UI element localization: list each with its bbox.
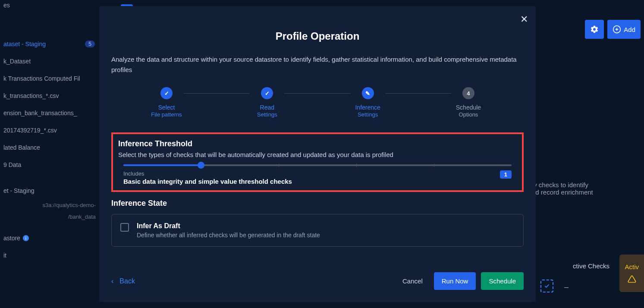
footer-actions: Cancel Run Now Schedule [396,272,524,290]
sidebar-item-extension[interactable]: ension_bank_transactions_ [0,104,99,122]
step-number: 4 [467,90,470,97]
run-now-button[interactable]: Run Now [434,272,476,290]
inference-threshold-section: Inference Threshold Select the types of … [111,132,524,192]
step-circle: ✓ [160,87,173,99]
bg-right: Add ty checks to identify nd record enri… [536,0,644,308]
add-label: Add [624,26,635,33]
draft-desc: Define whether all inferred checks will … [137,232,320,239]
sidebar-path2: /bank_data [0,211,99,223]
threshold-desc: Select the types of checks that will be … [118,151,517,158]
bg-dash: – [564,283,569,292]
threshold-slider[interactable] [123,164,512,166]
cancel-button[interactable]: Cancel [396,273,429,289]
step-circle: ✎ [362,87,374,99]
active-checks-label: ctive Checks [573,262,609,270]
step-main: Schedule [456,104,481,111]
gear-icon [590,25,599,34]
step-label: Read Settings [257,104,277,119]
infer-draft-option[interactable]: Infer As Draft Define whether all inferr… [111,214,524,247]
includes-text: Basic data integrity and simple value th… [123,178,292,185]
sidebar-last-label: it [3,252,6,259]
activity-badge[interactable]: Activ [619,255,644,292]
add-button[interactable]: Add [607,20,641,39]
sidebar-item-data[interactable]: 9 Data [0,156,99,173]
modal-description: Analyze the data and structure within yo… [111,54,524,75]
back-button[interactable]: ‹ Back [111,277,135,285]
step-sub: File patterns [151,111,182,119]
warning-icon [628,275,636,283]
slider-tick [279,163,279,167]
sidebar-item-et-staging[interactable]: et - Staging [0,182,99,199]
step-label: Inference Settings [355,104,380,119]
plus-circle-icon [613,25,621,34]
sidebar-datastore-label: astore [3,235,20,242]
step-label: Select File patterns [151,104,182,119]
sidebar-item-label: ataset - Staging [3,41,46,47]
sidebar-datastore[interactable]: astore i [0,229,99,247]
sidebar-item-numbered[interactable]: 20174392719_*.csv [0,122,99,139]
sidebar-item-label: k_Dataset [3,58,31,65]
threshold-title: Inference Threshold [118,139,517,148]
sidebar-top-label: es [3,2,10,9]
includes-label: Includes [123,170,292,177]
sidebar-item-label: 9 Data [3,161,21,168]
inference-state-section: Inference State Infer As Draft Define wh… [111,199,524,247]
modal-footer: ‹ Back Cancel Run Now Schedule [111,272,524,290]
sidebar-item-dataset[interactable]: k_Dataset [0,53,99,70]
slider-fill [123,164,201,166]
draft-checkbox[interactable] [120,223,129,232]
step-inference[interactable]: ✎ Inference Settings [351,87,385,119]
sidebar-item-label: lated Balance [3,144,40,151]
sidebar-item-staging[interactable]: ataset - Staging 5 [0,35,99,53]
profile-operation-modal: ✕ Profile Operation Analyze the data and… [99,6,536,302]
step-main: Read [257,104,277,111]
sidebar-item-label: 20174392719_*.csv [3,127,57,134]
step-circle: ✓ [261,87,273,99]
settings-button[interactable] [585,20,604,39]
step-label: Schedule Options [456,104,481,119]
check-dashed-icon [540,280,553,292]
step-connector [284,93,350,94]
check-icon: ✓ [164,90,169,97]
chevron-left-icon: ‹ [111,277,113,285]
info-icon: i [23,235,29,241]
state-title: Inference State [111,199,524,208]
bg-text-line1: ty checks to identify [532,181,635,189]
sidebar-item-label: et - Staging [3,187,35,194]
sidebar-item-label: ension_bank_transactions_ [3,110,77,116]
activ-text: Activ [625,263,639,270]
close-button[interactable]: ✕ [520,14,528,25]
bg-info-text: ty checks to identify nd record enrichme… [532,181,635,196]
level-badge: 1 [500,170,512,179]
step-main: Inference [355,104,380,111]
step-sub: Settings [355,111,380,119]
sidebar-item-balance[interactable]: lated Balance [0,139,99,156]
check-icon: ✓ [265,90,270,97]
draft-title: Infer As Draft [137,222,320,230]
sidebar: es ataset - Staging 5 k_Dataset k Transa… [0,0,99,308]
sidebar-item-label: k Transactions Computed Fil [3,75,80,82]
sidebar-item-csv[interactable]: k_transactions_*.csv [0,87,99,104]
step-select[interactable]: ✓ Select File patterns [149,87,184,119]
back-label: Back [119,277,135,285]
sidebar-last[interactable]: it [0,247,99,264]
includes-row: Includes Basic data integrity and simple… [123,170,512,185]
slider-tick [356,163,357,167]
stepper: ✓ Select File patterns ✓ Read Settings ✎… [149,87,486,119]
schedule-button[interactable]: Schedule [481,272,524,290]
slider-track [123,164,512,166]
step-main: Select [151,104,182,111]
slider-tick [434,163,434,167]
sidebar-item-transactions[interactable]: k Transactions Computed Fil [0,70,99,87]
sidebar-top-item[interactable]: es [0,0,99,14]
sidebar-badge: 5 [85,41,95,47]
step-read[interactable]: ✓ Read Settings [250,87,284,119]
step-sub: Options [456,111,481,119]
step-schedule[interactable]: 4 Schedule Options [451,87,486,119]
top-buttons: Add [585,20,641,39]
close-icon: ✕ [520,14,528,25]
step-sub: Settings [257,111,277,119]
pencil-icon: ✎ [365,90,370,97]
slider-thumb[interactable] [198,162,204,169]
bg-text-line2: nd record enrichment [532,189,635,196]
